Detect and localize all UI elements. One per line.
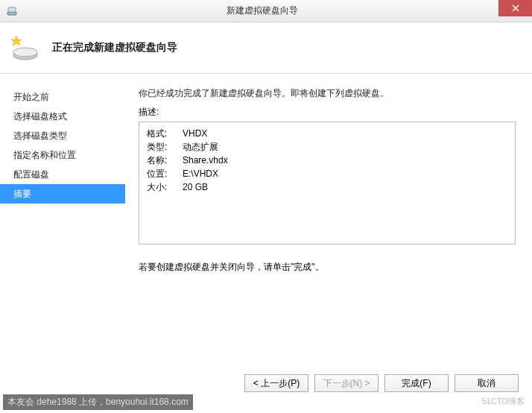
titlebar-title: 新建虚拟硬盘向导 (22, 4, 532, 17)
sidebar-item-4[interactable]: 配置磁盘 (0, 165, 125, 184)
cancel-button[interactable]: 取消 (455, 374, 519, 392)
summary-key: 名称: (147, 154, 183, 167)
next-button: 下一步(N) > (314, 374, 379, 392)
summary-value: 20 GB (183, 180, 208, 194)
summary-row: 格式:VHDX (147, 127, 507, 140)
sidebar-item-3[interactable]: 指定名称和位置 (0, 145, 125, 165)
close-button[interactable] (498, 0, 532, 16)
intro-text: 你已经成功完成了新建虚拟硬盘向导。即将创建下列虚拟硬盘。 (139, 87, 516, 100)
svg-marker-6 (11, 36, 22, 45)
summary-value: 动态扩展 (183, 140, 218, 154)
finish-button[interactable]: 完成(F) (384, 374, 449, 392)
summary-key: 格式: (147, 127, 183, 140)
svg-rect-0 (7, 12, 16, 15)
summary-box: 格式:VHDX类型:动态扩展名称:Share.vhdx位置:E:\VHDX大小:… (139, 122, 516, 245)
summary-key: 大小: (147, 180, 183, 194)
wizard-main: 你已经成功完成了新建虚拟硬盘向导。即将创建下列虚拟硬盘。 描述: 格式:VHDX… (125, 74, 532, 383)
description-label: 描述: (139, 106, 516, 119)
sidebar-item-2[interactable]: 选择磁盘类型 (0, 126, 125, 145)
summary-value: VHDX (183, 127, 207, 140)
sidebar-item-0[interactable]: 开始之前 (0, 87, 125, 107)
prev-button[interactable]: < 上一步(P) (244, 374, 308, 392)
watermark: 51CTO博客 (482, 396, 525, 407)
svg-rect-1 (8, 7, 16, 12)
sidebar-item-5[interactable]: 摘要 (0, 184, 125, 204)
summary-row: 位置:E:\VHDX (147, 167, 507, 180)
titlebar: 新建虚拟硬盘向导 (0, 0, 532, 22)
app-icon (6, 5, 18, 17)
wizard-content: 开始之前选择磁盘格式选择磁盘类型指定名称和位置配置磁盘摘要 你已经成功完成了新建… (0, 74, 532, 383)
hint-text: 若要创建虚拟硬盘并关闭向导，请单击"完成"。 (139, 261, 516, 274)
wizard-icon (10, 33, 40, 63)
summary-key: 位置: (147, 167, 183, 180)
summary-value: E:\VHDX (183, 167, 218, 180)
sidebar-item-1[interactable]: 选择磁盘格式 (0, 107, 125, 126)
summary-key: 类型: (147, 140, 183, 154)
summary-row: 类型:动态扩展 (147, 140, 507, 154)
svg-point-5 (13, 48, 37, 57)
summary-row: 大小:20 GB (147, 180, 507, 194)
summary-row: 名称:Share.vhdx (147, 154, 507, 167)
wizard-sidebar: 开始之前选择磁盘格式选择磁盘类型指定名称和位置配置磁盘摘要 (0, 74, 125, 383)
wizard-header: 正在完成新建虚拟硬盘向导 (0, 22, 532, 74)
wizard-header-title: 正在完成新建虚拟硬盘向导 (52, 41, 177, 54)
footer-caption: 本友会 dehe1988 上传，benyouhui.it168.com (3, 394, 193, 410)
summary-value: Share.vhdx (183, 154, 228, 167)
button-bar: < 上一步(P) 下一步(N) > 完成(F) 取消 (244, 374, 519, 392)
